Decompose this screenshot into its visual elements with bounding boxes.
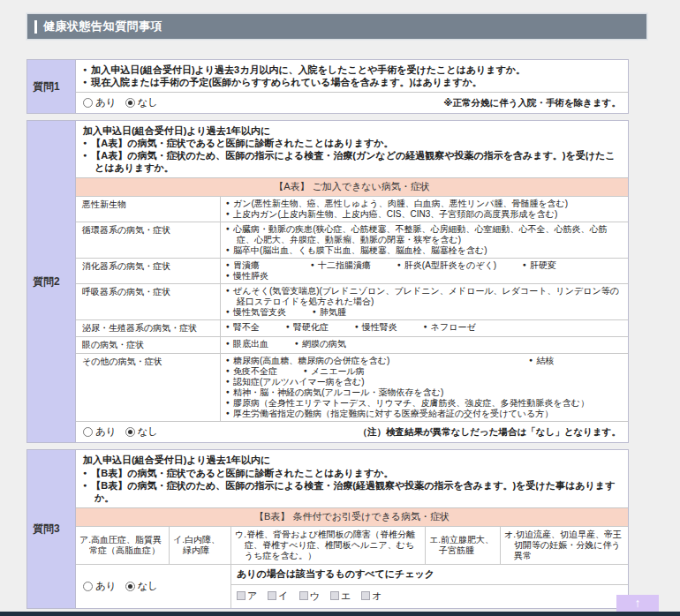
disease-item: 慢性気管支炎 xyxy=(226,307,286,317)
disease-item: 厚生労働省指定の難病（指定難病に対する医療受給者証の交付を受けている方） xyxy=(226,409,553,418)
b-column: ア.高血圧症、脂質異常症（高脂血症） xyxy=(76,527,170,564)
radio-unselected-icon[interactable] xyxy=(83,427,93,437)
disease-item: 糖尿病(高血糖、糖尿病の合併症を含む) xyxy=(226,356,389,365)
checkbox-icon[interactable] xyxy=(361,591,370,600)
q3-checkbox-a-label: ア xyxy=(247,590,257,603)
disease-item: 上皮内ガン(上皮内新生物、上皮内癌、CIS、CIN3、子宮頚部の高度異形成を含む… xyxy=(226,209,557,219)
check-items-row: ア イ ウ エ オ xyxy=(231,585,628,608)
question3-intro: 加入申込日(組合受付日)より過去1年以内に xyxy=(83,454,623,466)
q1-radio-nashi[interactable]: なし xyxy=(125,96,159,109)
question3-bullet: 【B表】の病気・症状のため、医師の指示による検査・治療(経過観察や投薬の指示を含… xyxy=(83,479,623,504)
question2-text: 加入申込日(組合受付日)より過去1年以内に 【A表】の病気・症状であると医師に診… xyxy=(76,121,628,177)
disease-category: その他の病気・症状 xyxy=(76,354,221,421)
q2-result-note: （注）検査結果が異常なしだった場合は「なし」となります。 xyxy=(359,426,621,439)
a-table-row: 眼の病気・症状 眼底出血網膜の病気 xyxy=(76,336,628,353)
a-table-row: 悪性新生物 ガン(悪性新生物、癌、悪性しゅよう、肉腫、白血病、悪性リンパ腫、骨髄… xyxy=(76,196,628,222)
disease-category: 悪性新生物 xyxy=(76,197,221,222)
checkbox-icon[interactable] xyxy=(299,591,308,600)
question2-intro: 加入申込日(組合受付日)より過去1年以内に xyxy=(83,124,623,137)
q3-checkbox-u-label: ウ xyxy=(310,590,320,603)
q3-radio-nashi[interactable]: なし xyxy=(125,580,159,593)
disease-item: 膠原病（全身性エリテマトーデス、リウマチ、皮膚筋炎、強皮症、多発性動脈炎を含む） xyxy=(226,398,589,408)
a-table-row: 呼吸器系の病気・症状 ぜんそく(気管支喘息)(プレドニゾロン、プレドニン、メドロ… xyxy=(76,283,628,319)
question3-block: 質問3 加入申込日(組合受付日)より過去1年以内に 【B表】の病気・症状であると… xyxy=(26,449,629,608)
b-column: ウ.脊椎、背骨および椎間板の障害（脊椎分離症、脊椎すべり症、椎間板ヘルニア、むち… xyxy=(231,527,426,564)
checkbox-icon[interactable] xyxy=(237,591,246,600)
disease-category: 泌尿・生殖器系の病気・症状 xyxy=(76,320,221,336)
q1-radio-ari[interactable]: あり xyxy=(83,96,117,109)
question3-label: 質問3 xyxy=(27,450,76,607)
disease-item: 結核 xyxy=(529,356,554,365)
check-instruction: ありの場合は該当するものすべてにチェック xyxy=(231,565,628,585)
disease-category: 消化器系の病気・症状 xyxy=(76,259,221,283)
question3-answer-row: あり なし ありの場合は該当するものすべてにチェック ア イ xyxy=(76,564,628,608)
a-table-title: 【A表】 ご加入できない病気・症状 xyxy=(76,177,628,196)
disease-item: 十二指腸潰瘍 xyxy=(311,260,371,270)
b-table-columns: ア.高血圧症、脂質異常症（高脂血症） イ.白内障、緑内障 ウ.脊椎、背骨および椎… xyxy=(76,526,628,564)
b-column: エ.前立腺肥大、子宮筋腫 xyxy=(426,527,501,564)
disease-item: 心臓病・動脈の疾患(狭心症、心筋梗塞、不整脈、心房細動、心室細動、心不全、心筋炎… xyxy=(226,224,608,244)
checkbox-icon[interactable] xyxy=(268,591,276,600)
disease-item: 精神・脳・神経の病気(アルコール・薬物依存を含む) xyxy=(226,387,443,397)
disease-item: 腎硬化症 xyxy=(286,322,329,332)
q3-checkbox-e-label: エ xyxy=(341,590,351,603)
disease-category: 眼の病気・症状 xyxy=(76,337,221,353)
q3-checkbox-e[interactable]: エ xyxy=(330,590,351,603)
q3-checkbox-o[interactable]: オ xyxy=(361,590,382,603)
q1-exclusion-note: ※正常分娩に伴う入院・手術を除きます。 xyxy=(443,97,621,109)
question2-block: 質問2 加入申込日(組合受付日)より過去1年以内に 【A表】の病気・症状であると… xyxy=(26,120,629,443)
q2-radio-ari[interactable]: あり xyxy=(83,425,117,439)
question3-text: 加入申込日(組合受付日)より過去1年以内に 【B表】の病気・症状であると医師に診… xyxy=(76,450,628,507)
disease-item: 腎不全 xyxy=(226,322,260,332)
q1-radio-ari-label: あり xyxy=(95,96,117,109)
q2-radio-nashi-label: なし xyxy=(138,425,159,439)
question1-text: 加入申込日(組合受付日)より過去3カ月以内に、入院をしたことや手術を受けたことは… xyxy=(76,60,628,92)
scroll-to-top-button[interactable]: ↑ xyxy=(616,595,659,612)
radio-selected-icon[interactable] xyxy=(125,427,135,437)
q3-checkbox-a[interactable]: ア xyxy=(237,590,257,603)
question1-label: 質問1 xyxy=(27,60,76,113)
q3-checkbox-u[interactable]: ウ xyxy=(299,590,320,603)
q3-checkbox-i-label: イ xyxy=(278,590,288,603)
question1-answer-row: あり なし ※正常分娩に伴う入院・手術を除きます。 xyxy=(76,92,628,113)
question2-label: 質問2 xyxy=(27,121,76,442)
disease-item: 肺気腫 xyxy=(313,307,346,317)
radio-unselected-icon[interactable] xyxy=(83,98,93,108)
question1-block: 質問1 加入申込日(組合受付日)より過去3カ月以内に、入院をしたことや手術を受け… xyxy=(26,59,629,114)
disease-item: 認知症(アルツハイマー病を含む) xyxy=(226,377,364,387)
disease-item: ガン(悪性新生物、癌、悪性しゅよう、肉腫、白血病、悪性リンパ腫、骨髄腫を含む) xyxy=(226,199,568,208)
b-table-title: 【B表】 条件付でお引受けできる病気・症状 xyxy=(76,507,628,526)
q1-radio-nashi-label: なし xyxy=(138,96,159,109)
question1-bullet: 現在入院または手術の予定(医師からすすめられている場合を含みます。)はありますか… xyxy=(83,76,623,88)
bottom-bar xyxy=(0,612,680,616)
radio-selected-icon[interactable] xyxy=(125,98,135,108)
a-table-row: 循環器系の病気・症状 心臓病・動脈の疾患(狭心症、心筋梗塞、不整脈、心房細動、心… xyxy=(76,222,628,258)
disease-item: 免疫不全症 xyxy=(226,366,277,376)
disease-item: 網膜の病気 xyxy=(295,339,346,349)
q2-radio-nashi[interactable]: なし xyxy=(125,425,159,439)
q3-radio-ari-label: あり xyxy=(95,580,117,593)
q3-radio-ari[interactable]: あり xyxy=(83,580,117,593)
page-title: 健康状態告知質問事項 xyxy=(43,19,162,34)
page-header: 健康状態告知質問事項 xyxy=(26,13,647,40)
q3-radio-nashi-label: なし xyxy=(138,580,159,593)
arrow-up-icon: ↑ xyxy=(635,596,641,610)
q2-radio-ari-label: あり xyxy=(95,425,117,439)
question3-bullet: 【B表】の病気・症状であると医師に診断されたことはありますか。 xyxy=(83,467,623,479)
disease-item: メニエール病 xyxy=(304,366,365,376)
disease-item: 慢性腎炎 xyxy=(355,322,397,332)
disease-item: 眼底出血 xyxy=(226,339,268,349)
b-column: オ.切迫流産、切迫早産、帝王切開等の妊娠・分娩に伴う異常 xyxy=(501,527,628,564)
radio-unselected-icon[interactable] xyxy=(83,582,93,591)
disease-item: 慢性膵炎 xyxy=(226,271,268,281)
radio-selected-icon[interactable] xyxy=(125,582,135,591)
question1-bullet: 加入申込日(組合受付日)より過去3カ月以内に、入院をしたことや手術を受けたことは… xyxy=(83,64,623,76)
disease-item: 肝硬変 xyxy=(523,260,556,270)
q3-checkbox-i[interactable]: イ xyxy=(268,590,288,603)
disease-category: 循環器系の病気・症状 xyxy=(76,222,221,258)
checkbox-icon[interactable] xyxy=(330,591,339,600)
title-accent-bar xyxy=(34,20,37,34)
a-table-row: 泌尿・生殖器系の病気・症状 腎不全腎硬化症慢性腎炎ネフローゼ xyxy=(76,319,628,336)
b-column: イ.白内障、緑内障 xyxy=(170,527,231,564)
disease-item: 胃潰瘍 xyxy=(226,260,260,270)
